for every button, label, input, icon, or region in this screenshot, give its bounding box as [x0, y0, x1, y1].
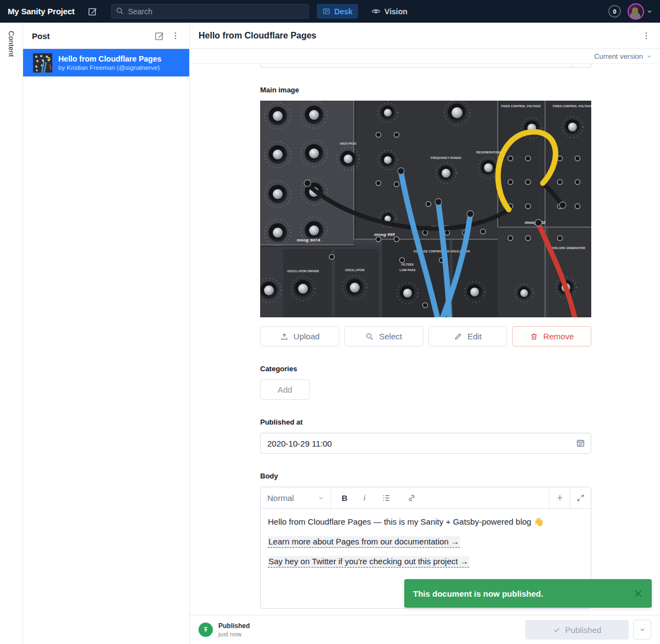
bullet-list-button[interactable]	[382, 493, 391, 503]
project-title: My Sanity Project	[8, 7, 75, 16]
document-title: Hello from Cloudflare Pages	[199, 31, 638, 41]
list-item-title: Hello from Cloudflare Pages	[58, 54, 161, 63]
document-menu-button[interactable]	[638, 27, 654, 44]
edit-button[interactable]: Edit	[428, 326, 508, 346]
publish-status-time: just now	[218, 631, 250, 637]
select-button[interactable]: Select	[344, 326, 424, 346]
compose-button[interactable]	[85, 4, 100, 19]
desk-icon	[322, 7, 331, 15]
published-button[interactable]: Published	[525, 620, 629, 640]
link-button[interactable]	[407, 493, 416, 503]
select-label: Select	[379, 332, 402, 341]
editor-toolbar: Normal B i	[261, 487, 591, 509]
version-bar[interactable]: Current version	[190, 49, 660, 64]
svg-text:FIXED CONTROL VOLTAGE: FIXED CONTROL VOLTAGE	[553, 104, 591, 108]
published-at-input[interactable]	[260, 433, 591, 454]
chevron-down-icon	[646, 53, 652, 59]
body-paragraph: Hello from Cloudflare Pages — this is my…	[268, 516, 584, 527]
remove-label: Remove	[543, 332, 574, 341]
kebab-menu-icon	[642, 31, 651, 40]
post-pane-header: Post	[23, 23, 189, 49]
chevron-down-icon[interactable]	[647, 9, 652, 14]
image-buttons-row: Upload Select Edit Remove	[260, 326, 591, 346]
app-body: Content Post Hello from Cloudflare Pages	[0, 23, 660, 644]
body-link[interactable]: Say hey on Twitter if you're checking ou…	[268, 556, 469, 568]
upload-icon	[280, 332, 289, 341]
toast-notification: This document is now published. ✕	[404, 579, 652, 608]
pane-title: Post	[32, 31, 151, 41]
top-bar: My Sanity Project Desk Vision 0	[0, 0, 660, 23]
chevron-down-icon	[318, 495, 324, 501]
text-style-select[interactable]: Normal	[261, 487, 331, 508]
tab-vision[interactable]: Vision	[366, 4, 413, 19]
trash-icon	[530, 332, 538, 341]
svg-text:FIXED CONTROL VOLTAGE: FIXED CONTROL VOLTAGE	[501, 104, 541, 108]
bold-button[interactable]: B	[342, 493, 348, 503]
document-footer: Published just now Published	[190, 615, 660, 644]
italic-button[interactable]: i	[364, 493, 366, 503]
insert-block-button[interactable]	[549, 487, 570, 508]
content-rail-tab[interactable]: Content	[7, 31, 15, 644]
compose-icon	[154, 31, 164, 41]
svg-text:LOW PASS: LOW PASS	[400, 268, 416, 272]
chevron-down-icon	[639, 626, 646, 633]
svg-text:FREQUENCY RANGE: FREQUENCY RANGE	[431, 156, 461, 159]
svg-text:HIGH PASS: HIGH PASS	[340, 142, 356, 145]
clipped-field-divider	[571, 64, 572, 67]
svg-text:REGENERATION: REGENERATION	[476, 151, 501, 154]
upload-label: Upload	[294, 332, 320, 341]
calendar-icon[interactable]	[576, 438, 585, 448]
search-input[interactable]	[111, 4, 309, 19]
svg-text:moog 907A: moog 907A	[296, 238, 320, 243]
new-document-button[interactable]	[151, 27, 167, 44]
publish-menu-button[interactable]	[633, 620, 651, 640]
check-icon	[553, 626, 560, 634]
field-label-categories: Categories	[260, 365, 591, 373]
list-item-subtitle: by Kristian Freeman (@signalnerve)	[58, 64, 161, 71]
tab-desk-label: Desk	[334, 7, 353, 16]
tab-vision-label: Vision	[384, 7, 408, 16]
body-paragraph: Say hey on Twitter if you're checking ou…	[268, 555, 584, 567]
published-button-label: Published	[565, 625, 602, 635]
post-list-pane: Post Hello from Cloudflare Pages by Kris…	[23, 23, 190, 644]
tab-desk[interactable]: Desk	[317, 4, 358, 19]
publish-status: Published just now	[199, 622, 250, 637]
field-label-main-image: Main image	[260, 86, 591, 94]
toast-message: This document is now published.	[413, 589, 633, 598]
svg-text:moog 995: moog 995	[374, 232, 395, 237]
post-thumbnail	[33, 53, 52, 73]
publish-icon	[199, 623, 213, 637]
pencil-icon	[454, 332, 463, 341]
field-label-body: Body	[260, 472, 591, 480]
document-form: Main image	[190, 64, 660, 615]
document-header: Hello from Cloudflare Pages	[190, 23, 660, 49]
body-link[interactable]: Learn more about Pages from our document…	[268, 536, 460, 548]
svg-text:FILTERS: FILTERS	[402, 263, 414, 266]
eye-icon	[371, 7, 381, 16]
plus-icon	[556, 493, 564, 502]
pane-menu-button[interactable]	[167, 27, 184, 44]
add-category-button[interactable]: Add	[260, 379, 310, 400]
compose-icon	[87, 7, 97, 16]
document-pane: Hello from Cloudflare Pages Current vers…	[190, 23, 660, 644]
version-label: Current version	[594, 52, 643, 60]
svg-text:OSCILLATOR DRIVER: OSCILLATOR DRIVER	[287, 269, 319, 273]
expand-icon	[576, 494, 585, 502]
avatar[interactable]	[628, 3, 644, 20]
search-icon	[365, 332, 374, 341]
upload-button[interactable]: Upload	[260, 326, 339, 346]
published-at-field	[260, 433, 591, 454]
remove-button[interactable]: Remove	[512, 326, 591, 346]
text-style-value: Normal	[267, 493, 294, 503]
list-item[interactable]: Hello from Cloudflare Pages by Kristian …	[23, 49, 189, 76]
close-icon[interactable]: ✕	[633, 588, 643, 599]
clipped-field-input[interactable]	[260, 64, 591, 68]
kebab-menu-icon	[171, 31, 180, 40]
link-icon	[407, 493, 416, 503]
svg-text:OSCILLATOR: OSCILLATOR	[345, 268, 364, 272]
editor-content[interactable]: Hello from Cloudflare Pages — this is my…	[261, 509, 591, 575]
format-buttons: B i	[331, 487, 549, 508]
expand-editor-button[interactable]	[570, 487, 591, 508]
notifications-badge[interactable]: 0	[608, 5, 621, 18]
publish-status-text: Published just now	[218, 622, 250, 637]
